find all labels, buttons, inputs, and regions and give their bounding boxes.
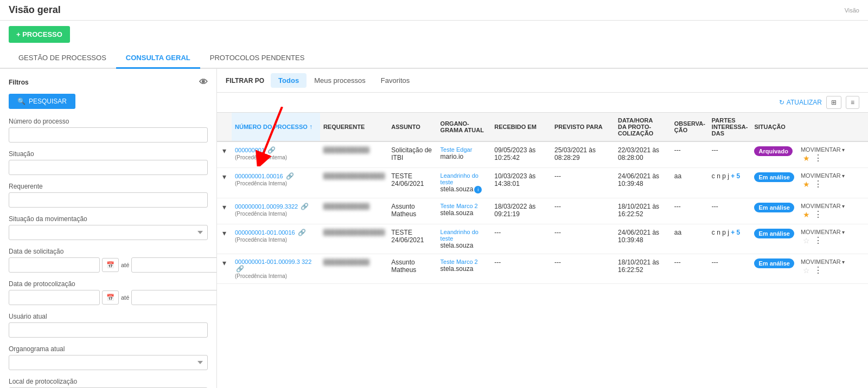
- top-bar: Visão geral Visão: [0, 0, 868, 21]
- movimentar-button[interactable]: MOVIMENTAR ▾: [801, 258, 845, 265]
- data-solicitacao-start-calendar[interactable]: 📅: [102, 258, 119, 272]
- usuario-atual-group: Usuário atual: [9, 313, 208, 338]
- menu-toggle-button[interactable]: ≡: [846, 96, 859, 109]
- numero-processo-input[interactable]: [9, 127, 208, 143]
- more-options-icon[interactable]: ⋮: [814, 266, 822, 275]
- more-options-icon[interactable]: ⋮: [814, 236, 822, 245]
- numero-cell: 000000001 🔗 (Procedência Interna): [232, 141, 320, 168]
- top-right-text: Visão: [845, 7, 859, 14]
- organograma-link[interactable]: Leandrinho do teste: [441, 229, 478, 242]
- tab-gestao[interactable]: GESTÃO DE PROCESSOS: [9, 48, 116, 69]
- pesquisar-button[interactable]: 🔍 PESQUISAR: [9, 94, 75, 109]
- organograma-link[interactable]: Teste Marco 2: [441, 258, 478, 265]
- filtros-label: Filtros: [9, 79, 29, 86]
- status-badge: Em análise: [754, 229, 794, 238]
- proto-cell: 18/10/2021 às 16:22:52: [615, 198, 671, 224]
- col-organograma: ORGANO-GRAMA ATUAL: [437, 113, 492, 142]
- organograma-atual-select[interactable]: [9, 355, 208, 370]
- recebido-value: ---: [494, 229, 501, 236]
- observacao-value: aa: [674, 229, 681, 236]
- col-situacao: SITUAÇÃO: [751, 113, 797, 142]
- atualizar-button[interactable]: ↻ ATUALIZAR: [779, 99, 822, 106]
- col-numero[interactable]: NÚMERO DO PROCESSO ↑: [232, 113, 320, 142]
- info-icon: i: [474, 186, 482, 193]
- view-toggle-button[interactable]: ⊞: [826, 96, 841, 109]
- data-protocolo-start[interactable]: [9, 290, 100, 305]
- sort-asc-icon: ↑: [309, 123, 312, 131]
- organograma-link[interactable]: Teste Marco 2: [441, 203, 478, 209]
- expand-button[interactable]: ▾: [220, 203, 228, 211]
- organograma-link[interactable]: Leandrinho do teste: [441, 172, 478, 185]
- situacao-cell: Em análise: [751, 224, 797, 254]
- data-protocolo-start-calendar[interactable]: 📅: [102, 290, 119, 305]
- requerente-input[interactable]: [9, 192, 208, 208]
- table-row: ▾ 000000001-001.00099.3 322 🔗 (Procedênc…: [217, 254, 868, 284]
- more-options-icon[interactable]: ⋮: [814, 210, 822, 219]
- star-icon[interactable]: ☆: [803, 266, 810, 275]
- data-protocolo-end[interactable]: [131, 290, 217, 305]
- assunto-cell: TESTE 24/06/2021: [388, 168, 437, 198]
- observacao-cell: aa: [671, 168, 709, 198]
- previsto-cell: ---: [551, 224, 615, 254]
- tab-consulta[interactable]: CONSULTA GERAL: [116, 48, 200, 69]
- eye-icon[interactable]: 👁: [199, 77, 208, 87]
- partes-value: c n p j + 5: [712, 172, 740, 180]
- movimentar-button[interactable]: MOVIMENTAR ▾: [801, 146, 845, 153]
- process-number-link[interactable]: 000000001: [235, 147, 265, 153]
- requerente-value: ████████████: [323, 203, 369, 209]
- star-icon[interactable]: ★: [803, 210, 810, 219]
- filter-tab-todos[interactable]: Todos: [271, 73, 307, 88]
- situacao-cell: Em análise: [751, 198, 797, 224]
- requerente-cell: ████████████████: [320, 224, 388, 254]
- usuario-atual-input[interactable]: [9, 322, 208, 338]
- expand-button[interactable]: ▾: [220, 172, 228, 181]
- situacao-movimentacao-select[interactable]: [9, 225, 208, 240]
- filter-tab-meus[interactable]: Meus processos: [307, 73, 373, 88]
- process-icon: 🔗: [267, 146, 276, 154]
- more-options-icon[interactable]: ⋮: [814, 179, 822, 189]
- star-icon[interactable]: ★: [803, 180, 810, 189]
- recebido-cell: ---: [491, 224, 551, 254]
- star-icon[interactable]: ★: [803, 154, 810, 163]
- process-number-link[interactable]: 000000001.00099.3322: [235, 203, 298, 210]
- actions-cell: MOVIMENTAR ▾ ★ ⋮: [797, 141, 868, 168]
- process-number-link[interactable]: 000000001.00016: [235, 173, 283, 179]
- observacao-cell: ---: [671, 254, 709, 284]
- col-expand: [217, 113, 232, 142]
- situacao-input[interactable]: [9, 160, 208, 175]
- filter-tab-favoritos[interactable]: Favoritos: [373, 73, 417, 88]
- assunto-cell: Assunto Matheus: [388, 198, 437, 224]
- add-process-button[interactable]: + PROCESSO: [9, 26, 70, 43]
- data-solicitacao-start[interactable]: [9, 257, 100, 273]
- proto-value: 18/10/2021 às 16:22:52: [618, 258, 659, 274]
- requerente-value: ████████████████: [323, 229, 385, 235]
- recebido-cell: 09/05/2023 às 10:25:42: [491, 141, 551, 168]
- partes-value: ---: [712, 258, 718, 266]
- expand-cell: ▾: [217, 168, 232, 198]
- observacao-value: ---: [674, 146, 681, 154]
- more-options-icon[interactable]: ⋮: [814, 153, 822, 163]
- assunto-value: TESTE 24/06/2021: [391, 172, 424, 187]
- local-protocolo-group: Local de protocolização: [9, 378, 208, 388]
- recebido-value: 09/05/2023 às 10:25:42: [494, 146, 535, 161]
- organograma-cell: Teste Edgar mario.io: [437, 141, 492, 168]
- toolbar: + PROCESSO: [0, 21, 868, 48]
- expand-button[interactable]: ▾: [220, 229, 228, 237]
- expand-cell: ▾: [217, 141, 232, 168]
- tab-protocolos[interactable]: PROTOCOLOS PENDENTES: [200, 48, 315, 69]
- process-number-link[interactable]: 000000001-001.00099.3 322: [235, 258, 311, 265]
- situacao-cell: Em análise: [751, 168, 797, 198]
- process-number-link[interactable]: 000000001-001.00016: [235, 229, 295, 236]
- organograma-link[interactable]: Teste Edgar: [441, 146, 473, 153]
- data-solicitacao-label: Data de solicitação: [9, 248, 208, 255]
- movimentar-button[interactable]: MOVIMENTAR ▾: [801, 203, 845, 209]
- movimentar-button[interactable]: MOVIMENTAR ▾: [801, 172, 845, 179]
- expand-button[interactable]: ▾: [220, 146, 228, 155]
- table-row: ▾ 000000001-001.00016 🔗 (Procedência Int…: [217, 224, 868, 254]
- process-type: (Procedência Interna): [235, 273, 287, 279]
- actions-cell: MOVIMENTAR ▾ ★ ⋮: [797, 198, 868, 224]
- data-solicitacao-end[interactable]: [131, 257, 217, 273]
- star-icon[interactable]: ☆: [803, 236, 810, 245]
- expand-button[interactable]: ▾: [220, 258, 228, 267]
- movimentar-button[interactable]: MOVIMENTAR ▾: [801, 229, 845, 235]
